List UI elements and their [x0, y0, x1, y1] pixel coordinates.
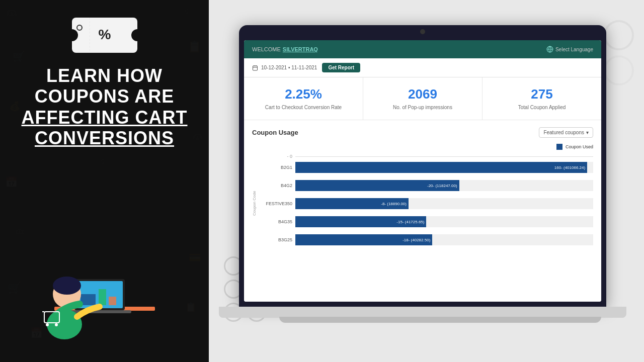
chart-title: Coupon Usage — [252, 129, 298, 136]
laptop-foot — [279, 317, 601, 323]
zero-label: - 0 — [260, 154, 292, 159]
chart-area: Coupon Usage Featured coupons ▾ Coupon U… — [244, 120, 601, 302]
stat-card-impressions: 2069 No. of Pop-up impressions — [363, 77, 482, 120]
bar-value: 160- (401066.24) — [554, 165, 585, 170]
bar-value: -8- (18890.00) — [381, 202, 407, 206]
svg-point-17 — [46, 323, 49, 326]
laptop-screen: WELCOME SILVERTRAQ Select Language — [239, 25, 606, 307]
bars-wrapper: - 0 B2G1 160- (401066.24) B4G2 -20- (118… — [260, 154, 593, 252]
svg-rect-11 — [109, 297, 116, 305]
svg-point-15 — [53, 277, 81, 295]
svg-point-18 — [55, 323, 58, 326]
svg-rect-22 — [253, 66, 258, 70]
app-body: Coupon Usage Featured coupons ▾ Coupon U… — [244, 120, 601, 302]
zero-line: - 0 — [260, 154, 593, 159]
bar-row: B4G2 -20- (118247.00) — [260, 180, 593, 191]
headline-line1: LEARN HOW — [46, 65, 163, 86]
bar-row: B2G1 160- (401066.24) — [260, 162, 593, 173]
stat-card-coupons: 275 Total Coupon Applied — [482, 77, 601, 120]
laptop-camera — [420, 29, 425, 34]
get-report-button[interactable]: Get Report — [322, 63, 360, 72]
bar-label: B4G2 — [260, 183, 292, 188]
chart-legend: Coupon Used — [252, 144, 593, 150]
bar-label: B3G25 — [260, 237, 292, 242]
bar-value: -20- (118247.00) — [427, 184, 457, 188]
bar-track: -15- (41725.65) — [295, 216, 593, 227]
bar-label: B2G1 — [260, 165, 292, 170]
bar-row: B3G25 -18- (40282.50) — [260, 234, 593, 245]
right-panel: WELCOME SILVERTRAQ Select Language — [209, 0, 644, 362]
bar-fill: -18- (40282.50) — [295, 234, 432, 245]
bar-fill: -8- (18890.00) — [295, 198, 409, 209]
bar-track: -8- (18890.00) — [295, 198, 593, 209]
bar-chart: Coupon Code - 0 B2G1 16 — [252, 154, 593, 252]
laptop-mockup: WELCOME SILVERTRAQ Select Language — [239, 25, 644, 362]
bar-track: -18- (40282.50) — [295, 234, 593, 245]
date-range-text: 10-12-2021 • 11-11-2021 — [261, 65, 317, 70]
chart-container: Coupon Used Coupon Code - 0 — [252, 144, 593, 252]
bar-track: 160- (401066.24) — [295, 162, 593, 173]
chart-header: Coupon Usage Featured coupons ▾ — [252, 127, 593, 138]
legend-label: Coupon Used — [566, 144, 593, 149]
laptop-base — [219, 307, 626, 318]
bar-fill: 160- (401066.24) — [295, 162, 587, 173]
bar-track: -20- (118247.00) — [295, 180, 593, 191]
y-axis-label: Coupon Code — [252, 154, 257, 252]
welcome-label: WELCOME — [252, 46, 281, 52]
bar-label: FESTIVE350 — [260, 201, 292, 206]
bar-value: -15- (41725.65) — [396, 220, 424, 224]
headline-line4: CONVERSIONS — [35, 128, 174, 148]
coupon-icon: % — [69, 10, 140, 60]
illustration — [0, 246, 209, 347]
headline: LEARN HOW COUPONS ARE AFFECTING CART CON… — [15, 65, 194, 149]
headline-line3: AFFECTING CART — [22, 107, 188, 128]
language-selector[interactable]: Select Language — [546, 46, 593, 53]
filter-arrow: ▾ — [586, 130, 589, 135]
stat-card-conversion: 2.25% Cart to Checkout Conversion Rate — [244, 77, 363, 120]
app-header: WELCOME SILVERTRAQ Select Language — [244, 40, 601, 58]
impressions-label: No. of Pop-up impressions — [371, 104, 474, 111]
username-label: SILVERTRAQ — [283, 46, 318, 52]
stats-row: 2.25% Cart to Checkout Conversion Rate 2… — [244, 77, 601, 120]
bar-row: B4G35 -15- (41725.65) — [260, 216, 593, 227]
coupons-label: Total Coupon Applied — [491, 104, 593, 111]
app-ui: WELCOME SILVERTRAQ Select Language — [244, 40, 601, 302]
bars-container: B2G1 160- (401066.24) B4G2 -20- (118247.… — [260, 162, 593, 245]
bar-label: B4G35 — [260, 219, 292, 224]
bar-fill: -20- (118247.00) — [295, 180, 459, 191]
bar-value: -18- (40282.50) — [403, 238, 430, 242]
svg-rect-12 — [67, 310, 131, 313]
bar-fill: -15- (41725.65) — [295, 216, 426, 227]
left-panel: 🎟 🏷 🛒 📋 📅 🏷 🎟 💳 🛒 📋 📅 💰 🎟 🏷 % LEARN HOW … — [0, 0, 209, 362]
left-content: LEARN HOW COUPONS ARE AFFECTING CART CON… — [0, 65, 209, 149]
svg-text:%: % — [98, 27, 111, 42]
coupons-value: 275 — [491, 86, 593, 102]
date-range: 10-12-2021 • 11-11-2021 — [252, 65, 317, 71]
bar-row: FESTIVE350 -8- (18890.00) — [260, 198, 593, 209]
conversion-value: 2.25% — [252, 86, 355, 102]
legend-color — [556, 144, 562, 150]
app-toolbar: 10-12-2021 • 11-11-2021 Get Report — [244, 58, 601, 77]
svg-rect-10 — [99, 289, 106, 305]
chart-filter[interactable]: Featured coupons ▾ — [539, 127, 593, 138]
conversion-label: Cart to Checkout Conversion Rate — [252, 104, 355, 111]
lang-label: Select Language — [555, 47, 593, 52]
headline-line2: COUPONS ARE — [35, 86, 175, 107]
impressions-value: 2069 — [371, 86, 474, 102]
filter-label: Featured coupons — [543, 130, 584, 135]
